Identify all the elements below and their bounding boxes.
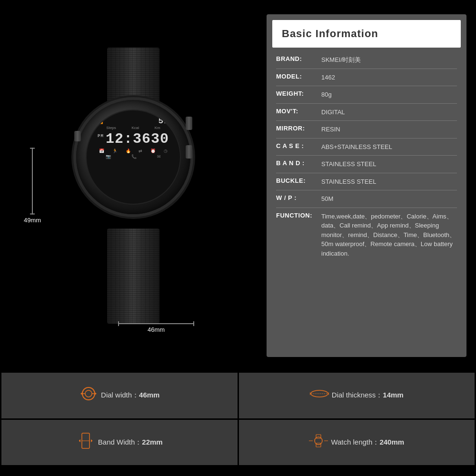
band-width-value: 22mm bbox=[142, 438, 162, 446]
info-row-movt: MOV'T: DIGITAL bbox=[276, 104, 457, 121]
dimension-height-label: 49mm bbox=[24, 148, 41, 224]
label-steps: Steps bbox=[106, 126, 116, 130]
watch-length-value: 240mm bbox=[379, 438, 404, 446]
dial-thickness-label: Dial thickness：14mm bbox=[332, 391, 404, 400]
info-key-wp: W / P : bbox=[276, 194, 321, 201]
band-width-icon-wrap: Band Width：22mm bbox=[76, 432, 163, 453]
info-row-wp: W / P : 50M bbox=[276, 190, 457, 208]
face-icon-arrows: ⇄ bbox=[139, 149, 142, 153]
band-width-icon bbox=[76, 432, 95, 453]
info-row-band: B A N D : STAINLESS STEEL bbox=[276, 156, 457, 173]
info-val-model: 1462 bbox=[321, 73, 457, 82]
info-key-brand: BRAND: bbox=[276, 55, 321, 62]
face-icon-fire: 🔥 bbox=[126, 149, 131, 153]
svg-rect-15 bbox=[316, 435, 321, 438]
face-time: PM 12:3630 bbox=[98, 131, 169, 147]
watch-length-icon bbox=[309, 434, 328, 451]
face-icons-row: 📅 🏃 🔥 ⇄ ⏰ ◷ bbox=[91, 149, 175, 153]
dial-thickness-icon-wrap: Dial thickness：14mm bbox=[310, 387, 404, 404]
svg-marker-4 bbox=[80, 392, 82, 395]
face-top-display: 5A bbox=[158, 116, 170, 126]
face-icon-camera: 📷 bbox=[106, 154, 111, 159]
info-row-brand: BRAND: SKMEI/时刻美 bbox=[276, 51, 457, 69]
info-key-weight: WEIGHT: bbox=[276, 90, 321, 97]
crown-left bbox=[74, 131, 81, 141]
info-row-case: C A S E : ABS+STAINLESS STEEL bbox=[276, 139, 457, 156]
face-icon-email: ✉ bbox=[157, 154, 161, 159]
dial-thickness-icon bbox=[310, 387, 329, 404]
label-kcal: Kcal bbox=[131, 126, 139, 130]
watch-area: 49mm bbox=[10, 10, 257, 362]
crown-right-top bbox=[186, 117, 192, 130]
band-width-label: Band Width：22mm bbox=[98, 438, 163, 447]
dimension-width-label: 46mm bbox=[118, 323, 194, 333]
watch-face: 📶 5A Steps Kcal Km PM 12:3630 bbox=[86, 109, 181, 205]
info-row-buckle: BUCKLE: STAINLESS STEEL bbox=[276, 173, 457, 191]
face-top-row: 📶 5A bbox=[91, 116, 175, 126]
info-title-box: Basic Information bbox=[272, 20, 461, 48]
info-val-brand: SKMEI/时刻美 bbox=[321, 55, 457, 65]
info-val-weight: 80g bbox=[321, 90, 457, 99]
info-row-model: MODEL: 1462 bbox=[276, 69, 457, 87]
face-icon-time: ◷ bbox=[164, 149, 168, 153]
svg-marker-5 bbox=[95, 392, 97, 395]
top-section: 49mm bbox=[0, 0, 476, 371]
watch-length-label: Watch length：240mm bbox=[331, 438, 404, 447]
info-val-buckle: STAINLESS STEEL bbox=[321, 177, 457, 187]
face-icon-run: 🏃 bbox=[112, 149, 118, 153]
face-icon-alarm: ⏰ bbox=[150, 149, 156, 153]
info-key-function: FUNCTION: bbox=[276, 212, 321, 219]
dial-width-value: 46mm bbox=[139, 391, 159, 399]
face-icon-phone: 📞 bbox=[131, 154, 137, 159]
watch-case: 📶 5A Steps Kcal Km PM 12:3630 bbox=[76, 100, 190, 214]
info-key-mirror: MIRROR: bbox=[276, 125, 321, 132]
info-row-weight: WEIGHT: 80g bbox=[276, 86, 457, 104]
svg-marker-13 bbox=[91, 439, 92, 442]
info-val-mirror: RESIN bbox=[321, 125, 457, 134]
info-val-movt: DIGITAL bbox=[321, 108, 457, 117]
crown-right-bottom bbox=[186, 145, 192, 159]
face-pm: PM bbox=[98, 134, 104, 139]
svg-point-1 bbox=[85, 390, 92, 397]
face-time-main: 12:3630 bbox=[106, 131, 169, 147]
spec-tile-band-width: Band Width：22mm bbox=[1, 420, 238, 466]
dial-thickness-value: 14mm bbox=[383, 391, 403, 399]
band-bottom bbox=[107, 228, 159, 324]
bluetooth-icon: 📶 bbox=[96, 118, 103, 124]
face-labels: Steps Kcal Km bbox=[91, 126, 175, 130]
face-icon-calendar: 📅 bbox=[99, 149, 104, 153]
info-val-case: ABS+STAINLESS STEEL bbox=[321, 142, 457, 152]
face-bottom-row: 📷 📞 ✉ bbox=[91, 154, 175, 159]
info-key-band: B A N D : bbox=[276, 159, 321, 167]
dim-height-text: 49mm bbox=[24, 217, 41, 224]
spec-tile-dial-width: Dial width：46mm bbox=[1, 373, 238, 418]
page-container: 49mm bbox=[0, 0, 476, 476]
spec-tile-dial-thickness: Dial thickness：14mm bbox=[239, 373, 475, 418]
bottom-specs: Dial width：46mm Dial thickness：14mm bbox=[0, 371, 476, 466]
dial-width-icon-wrap: Dial width：46mm bbox=[79, 385, 159, 406]
info-rows: BRAND: SKMEI/时刻美 MODEL: 1462 WEIGHT: 80g… bbox=[267, 48, 466, 357]
watch-length-icon-wrap: Watch length：240mm bbox=[309, 434, 404, 451]
info-val-band: STAINLESS STEEL bbox=[321, 159, 457, 169]
info-row-function: FUNCTION: Time,week,date、pedometer、Calor… bbox=[276, 208, 457, 262]
info-key-model: MODEL: bbox=[276, 73, 321, 80]
info-val-function: Time,week,date、pedometer、Calorie、Aims、da… bbox=[321, 212, 457, 258]
label-km: Km bbox=[155, 126, 160, 130]
svg-marker-9 bbox=[328, 392, 329, 395]
info-key-case: C A S E : bbox=[276, 142, 321, 149]
info-val-wp: 50M bbox=[321, 194, 457, 204]
svg-rect-16 bbox=[316, 443, 321, 447]
watch-render: 📶 5A Steps Kcal Km PM 12:3630 bbox=[62, 48, 205, 324]
spec-tile-watch-length: Watch length：240mm bbox=[239, 420, 475, 466]
info-panel: Basic Information BRAND: SKMEI/时刻美 MODEL… bbox=[267, 14, 466, 357]
info-row-mirror: MIRROR: RESIN bbox=[276, 121, 457, 139]
info-title-text: Basic Information bbox=[282, 28, 378, 40]
dial-width-icon bbox=[79, 385, 98, 406]
dim-width-text: 46mm bbox=[148, 326, 165, 333]
info-key-buckle: BUCKLE: bbox=[276, 177, 321, 184]
svg-marker-8 bbox=[310, 392, 310, 395]
svg-marker-12 bbox=[79, 439, 80, 442]
dial-width-label: Dial width：46mm bbox=[101, 391, 159, 400]
info-key-movt: MOV'T: bbox=[276, 108, 321, 115]
